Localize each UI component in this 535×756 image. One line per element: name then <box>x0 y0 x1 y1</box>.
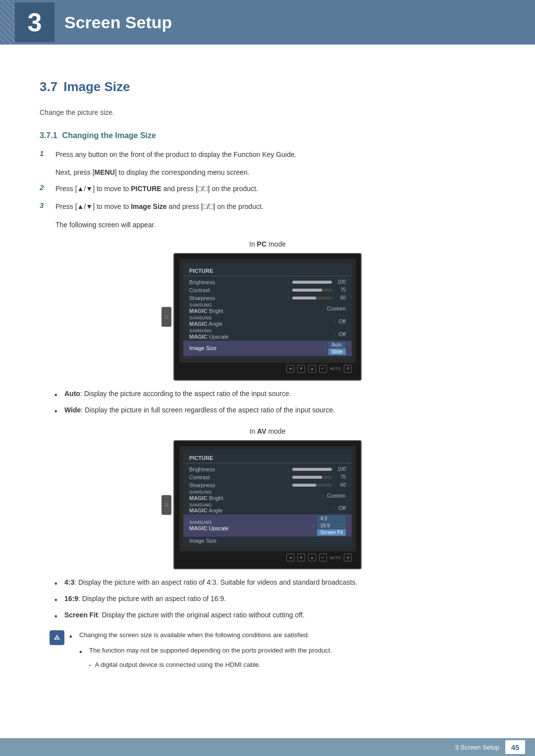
menu-item-magic-bright-av: SAMSUNG MAGIC Bright : Custom <box>183 489 352 502</box>
note-bullet-1: • Changing the screen size is available … <box>69 630 495 643</box>
menu-item-magic-angle-av: SAMSUNG MAGIC Angle : Off <box>183 502 352 515</box>
menu-item-brightness-av: Brightness : 100 <box>183 465 352 473</box>
pc-bullet-auto: • Auto: Display the picture according to… <box>54 389 495 401</box>
menu-item-magic-upscale-av: SAMSUNG MAGIC Upscale : 4:3 16:9 Screen … <box>183 514 352 537</box>
monitor-side-icon: ≡ <box>161 307 171 327</box>
note-content: • Changing the screen size is available … <box>69 630 495 670</box>
menu-item-image-size-av: Image Size <box>183 537 352 545</box>
section-description: Change the picture size. <box>40 108 495 116</box>
chapter-number: 3 <box>15 2 54 42</box>
page-number: 45 <box>505 740 525 754</box>
section-header: 3.7 Image Size <box>40 64 495 100</box>
menu-item-magic-upscale-pc: SAMSUNG MAGIC Upscale : Off <box>183 328 352 341</box>
note-bullet-3: ▪ A digital output device is connected u… <box>89 660 495 670</box>
av-bullets: • 4:3: Display the picture with an aspec… <box>54 577 495 622</box>
subsection-number: 3.7.1 <box>40 131 57 140</box>
subsection-title: Changing the Image Size <box>62 131 156 140</box>
step-1-continuation: Next, press [MENU] to display the corres… <box>55 167 495 178</box>
main-content: 3.7 Image Size Change the picture size. … <box>0 45 535 709</box>
footer-text: 3 Screen Setup <box>455 744 499 751</box>
pc-mode-label: In PC mode <box>40 240 495 248</box>
av-mode-monitor: ≡ PICTURE Brightness : 100 <box>40 440 495 570</box>
av-mode-label: In AV mode <box>40 427 495 435</box>
chapter-title: Screen Setup <box>64 13 172 32</box>
menu-item-contrast-av: Contrast : 75 <box>183 473 352 481</box>
monitor-screen-av: PICTURE Brightness : 100 Contr <box>173 440 362 570</box>
svg-rect-1 <box>56 640 57 641</box>
menu-item-brightness-pc: Brightness : 100 <box>183 278 352 286</box>
menu-item-sharpness-av: Sharpness : 60 <box>183 481 352 489</box>
step-1: 1 Press any button on the front of the p… <box>40 149 495 160</box>
note-icon <box>50 630 64 645</box>
pc-mode-monitor: ≡ PICTURE Brightness : 100 <box>40 253 495 381</box>
menu-item-magic-bright-pc: SAMSUNG MAGIC Bright : Custom <box>183 302 352 315</box>
menu-title-pc: PICTURE <box>183 266 352 276</box>
menu-item-magic-angle-pc: SAMSUNG MAGIC Angle : Off <box>183 315 352 328</box>
menu-item-sharpness-pc: Sharpness : 60 <box>183 294 352 302</box>
note-box: • Changing the screen size is available … <box>50 630 495 670</box>
monitor-screen-pc: PICTURE Brightness : 100 Contr <box>173 253 362 381</box>
page-header: 3 Screen Setup <box>0 0 535 45</box>
monitor-side-icon-av: ≡ <box>161 495 171 515</box>
av-bullet-169: • 16:9: Display the picture with an aspe… <box>54 594 495 606</box>
page-footer: 3 Screen Setup 45 <box>0 738 535 756</box>
svg-rect-0 <box>56 637 57 639</box>
menu-item-contrast-pc: Contrast : 75 <box>183 286 352 294</box>
monitor-controls-av: ◄ ▼ ▲ ↵ AUTO ⚙ <box>179 552 356 563</box>
subsection-header: 3.7.1 Changing the Image Size <box>40 131 495 140</box>
menu-item-image-size-pc: Image Size : Auto Wide <box>183 341 352 356</box>
step-3: 3 Press [▲/▼] to move to Image Size and … <box>40 201 495 212</box>
menu-title-av: PICTURE <box>183 453 352 463</box>
note-bullet-2: • The function may not be supported depe… <box>79 646 495 658</box>
pc-bullet-wide: • Wide: Display the picture in full scre… <box>54 405 495 417</box>
step-2: 2 Press [▲/▼] to move to PICTURE and pre… <box>40 183 495 194</box>
section-title: Image Size <box>63 79 130 95</box>
av-bullet-43: • 4:3: Display the picture with an aspec… <box>54 577 495 590</box>
monitor-controls-pc: ◄ ▼ ▲ ↵ AUTO ⚙ <box>179 363 356 375</box>
av-bullet-screenfit: • Screen Fit: Display the picture with t… <box>54 610 495 622</box>
pc-bullets: • Auto: Display the picture according to… <box>54 389 495 417</box>
step-3-continuation: The following screen will appear. <box>55 219 495 230</box>
section-number: 3.7 <box>40 79 57 95</box>
